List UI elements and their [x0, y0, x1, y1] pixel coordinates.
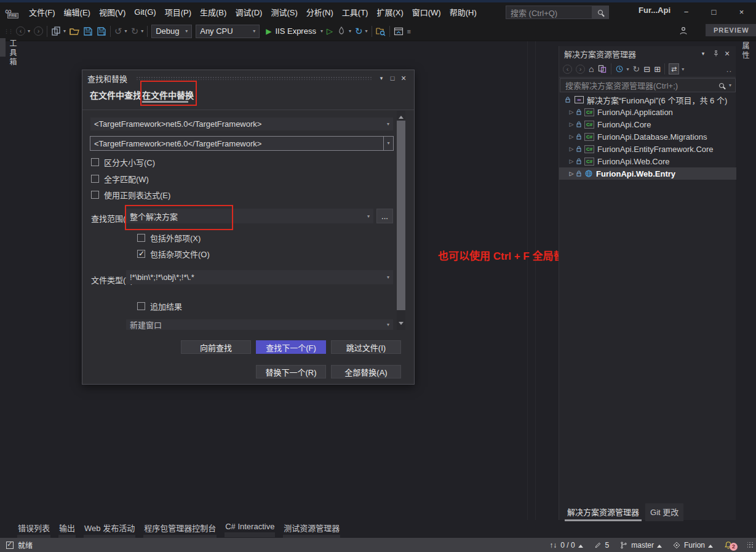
undo-dropdown-icon[interactable]: ▾	[125, 28, 127, 34]
se-home-icon[interactable]: ⌂	[589, 64, 594, 74]
tree-row-project[interactable]: ▷ C# FurionApi.Database.Migrations	[559, 130, 736, 143]
dialog-position-dropdown-icon[interactable]: ▾	[376, 75, 387, 81]
save-all-icon[interactable]	[97, 26, 106, 36]
include-misc-checkbox[interactable]	[137, 250, 145, 258]
refresh-icon[interactable]: ↻	[355, 26, 363, 37]
find-dropdown-icon[interactable]: ▾	[383, 121, 393, 127]
replace-with-combobox[interactable]: <TargetFramework>net6.0</TargetFramework…	[90, 136, 394, 151]
toolbar-overflow-icon[interactable]: ≡	[407, 28, 411, 35]
menu-build[interactable]: 生成(B)	[196, 2, 231, 22]
back-dropdown-icon[interactable]: ▾	[28, 28, 30, 34]
run-target-dropdown-icon[interactable]: ▾	[320, 28, 323, 34]
expand-chevron-icon[interactable]: ▷	[568, 134, 575, 140]
replace-next-button[interactable]: 替换下一个(R)	[256, 365, 326, 378]
tree-row-project[interactable]: ▷ C# FurionApi.Core	[559, 118, 736, 130]
se-refresh-icon[interactable]: ↻	[632, 64, 640, 74]
menu-test[interactable]: 测试(S)	[266, 2, 301, 22]
use-regex-checkbox[interactable]	[91, 191, 99, 199]
tab-find-in-files[interactable]: 在文件中查找	[90, 89, 141, 103]
dialog-close-icon[interactable]: ×	[398, 73, 409, 83]
expand-chevron-icon[interactable]: ▷	[568, 170, 575, 177]
replace-all-button[interactable]: 全部替换(A)	[331, 365, 401, 378]
filter-dropdown-icon[interactable]: ▾	[626, 66, 629, 72]
sync-dropdown-icon[interactable]: ▾	[682, 66, 684, 72]
maximize-button[interactable]: □	[700, 2, 728, 21]
tab-error-list[interactable]: 错误列表	[17, 520, 50, 540]
menu-window[interactable]: 窗口(W)	[408, 2, 445, 22]
minimize-button[interactable]: −	[672, 2, 700, 21]
git-repo-status[interactable]: Furion	[673, 541, 713, 550]
solution-platform-dropdown[interactable]: Any CPU▾	[196, 25, 260, 38]
run-target-label[interactable]: IIS Express	[275, 26, 316, 36]
solution-search-dropdown-icon[interactable]: ▾	[729, 82, 731, 88]
tab-package-manager-console[interactable]: 程序包管理器控制台	[143, 520, 217, 540]
results-window-dropdown[interactable]: 新建窗口 ▾	[126, 319, 393, 330]
look-in-dropdown-icon[interactable]: ▾	[364, 214, 373, 219]
panel-position-dropdown-icon[interactable]: ▾	[698, 50, 709, 57]
solution-config-dropdown[interactable]: Debug▾	[151, 25, 192, 38]
results-window-dropdown-icon[interactable]: ▾	[383, 322, 393, 327]
append-results-option[interactable]: 追加结果	[137, 300, 182, 312]
browse-scope-button[interactable]: ...	[376, 209, 393, 223]
dialog-title-bar[interactable]: 查找和替换 ▾ □ ×	[82, 70, 414, 86]
redo-icon[interactable]: ↻	[131, 26, 139, 37]
se-back-icon[interactable]: ‹	[563, 65, 572, 74]
find-in-files-icon[interactable]	[376, 26, 386, 36]
tree-row-project[interactable]: ▷ C# FurionApi.EntityFramework.Core	[559, 143, 736, 155]
toolbox-vertical-tab[interactable]: 工具箱	[7, 39, 18, 67]
git-branch-status[interactable]: master	[620, 541, 662, 550]
include-external-option[interactable]: 包括外部项(X)	[137, 232, 201, 244]
panel-close-icon[interactable]: ×	[723, 49, 731, 58]
menu-view[interactable]: 视图(V)	[95, 2, 130, 22]
menu-debug[interactable]: 调试(D)	[231, 2, 266, 22]
close-button[interactable]: ×	[728, 2, 755, 21]
refresh-dropdown-icon[interactable]: ▾	[365, 28, 368, 34]
include-misc-option[interactable]: 包括杂项文件(O)	[137, 248, 210, 260]
collapse-all-icon[interactable]: ⊟	[643, 65, 650, 74]
show-all-files-icon[interactable]: ⊞	[654, 65, 661, 74]
use-regex-option[interactable]: 使用正则表达式(E)	[91, 189, 170, 201]
scroll-down-icon[interactable]	[399, 322, 404, 327]
expand-chevron-icon[interactable]: ▷	[568, 121, 575, 127]
search-icon[interactable]	[592, 6, 608, 18]
quick-search-box[interactable]: 搜索 (Ctrl+Q)	[506, 6, 609, 19]
tree-row-project[interactable]: ▷ C# FurionApi.Application	[559, 106, 736, 118]
tree-row-solution[interactable]: ∞ 解决方案“FurionApi”(6 个项目，共 6 个)	[559, 94, 736, 106]
pending-edits-status[interactable]: 5	[594, 541, 610, 550]
se-toolbar-overflow[interactable]: ..	[726, 65, 732, 74]
redo-dropdown-icon[interactable]: ▾	[141, 28, 143, 34]
menu-help[interactable]: 帮助(H)	[445, 2, 481, 22]
find-next-button[interactable]: 查找下一个(F)	[256, 340, 326, 354]
menu-project[interactable]: 项目(P)	[161, 2, 196, 22]
hot-reload-dropdown-icon[interactable]: ▾	[349, 28, 351, 34]
include-external-checkbox[interactable]	[137, 234, 145, 242]
match-case-option[interactable]: 区分大小写(C)	[91, 156, 155, 168]
tree-row-project[interactable]: ▷ C# FurionApi.Web.Core	[559, 155, 736, 167]
dialog-scrollbar[interactable]	[397, 111, 405, 330]
se-forward-icon[interactable]: ›	[576, 65, 585, 74]
menu-file[interactable]: 文件(F)	[25, 2, 60, 22]
tree-row-project-selected[interactable]: ▷ FurionApi.Web.Entry	[559, 167, 736, 180]
undo-icon[interactable]: ↺	[114, 26, 122, 37]
tab-csharp-interactive[interactable]: C# Interactive	[225, 520, 275, 537]
toolbar-drag-handle[interactable]: ⋮⋮	[4, 28, 12, 34]
pending-changes-filter-icon[interactable]	[615, 65, 624, 73]
sync-commits-status[interactable]: ↑↓ 0 / 0	[549, 541, 583, 550]
navigate-back-icon[interactable]: ‹	[16, 26, 25, 36]
whole-word-option[interactable]: 全字匹配(W)	[91, 173, 149, 185]
menu-tools[interactable]: 工具(T)	[338, 2, 373, 22]
scrollbar-thumb[interactable]	[397, 121, 405, 310]
menu-extensions[interactable]: 扩展(X)	[372, 2, 407, 22]
web-browser-icon[interactable]	[394, 26, 404, 36]
match-case-checkbox[interactable]	[91, 158, 99, 166]
menu-analyze[interactable]: 分析(N)	[302, 2, 338, 22]
replace-dropdown-icon[interactable]: ▾	[383, 137, 393, 150]
tab-git-changes[interactable]: Git 更改	[645, 503, 683, 521]
editor-scrollbar-strip[interactable]	[527, 41, 536, 520]
start-without-debug-icon[interactable]: ▷	[327, 26, 333, 36]
skip-file-button[interactable]: 跳过文件(I)	[331, 340, 401, 354]
start-debug-icon[interactable]: ▶	[266, 27, 271, 36]
tab-test-explorer[interactable]: 测试资源管理器	[283, 520, 340, 540]
new-project-icon[interactable]	[51, 26, 61, 36]
file-types-dropdown[interactable]: !*\bin\*;!*\obj\*;!*\.* ▾	[126, 270, 393, 284]
